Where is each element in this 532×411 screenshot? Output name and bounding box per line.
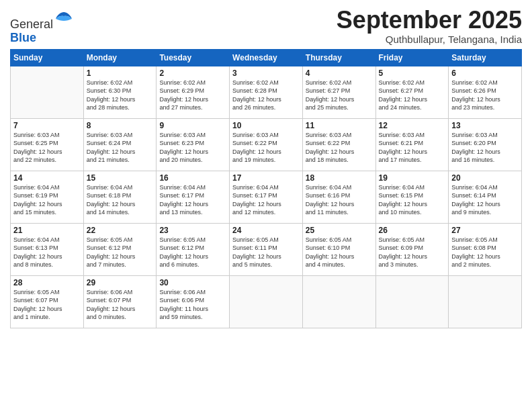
- day-info: Sunrise: 6:04 AM Sunset: 6:19 PM Dayligh…: [13, 183, 81, 217]
- calendar: SundayMondayTuesdayWednesdayThursdayFrid…: [10, 49, 522, 328]
- day-number: 5: [379, 68, 446, 78]
- day-info: Sunrise: 6:05 AM Sunset: 6:08 PM Dayligh…: [451, 236, 519, 269]
- day-info: Sunrise: 6:02 AM Sunset: 6:30 PM Dayligh…: [87, 79, 154, 112]
- calendar-cell: 16Sunrise: 6:04 AM Sunset: 6:17 PM Dayli…: [157, 171, 230, 223]
- day-number: 29: [87, 278, 154, 287]
- day-number: 12: [379, 121, 446, 130]
- calendar-cell: 27Sunrise: 6:05 AM Sunset: 6:08 PM Dayli…: [449, 223, 522, 275]
- calendar-cell: 4Sunrise: 6:02 AM Sunset: 6:27 PM Daylig…: [302, 66, 375, 118]
- day-header-sunday: Sunday: [11, 49, 84, 66]
- calendar-cell: 22Sunrise: 6:05 AM Sunset: 6:12 PM Dayli…: [83, 223, 157, 275]
- calendar-cell: 25Sunrise: 6:05 AM Sunset: 6:10 PM Dayli…: [302, 223, 375, 275]
- calendar-cell: [302, 275, 375, 328]
- calendar-cell: [449, 275, 522, 328]
- calendar-cell: [230, 275, 303, 328]
- day-info: Sunrise: 6:05 AM Sunset: 6:11 PM Dayligh…: [232, 236, 300, 269]
- day-number: 6: [451, 68, 519, 78]
- day-number: 25: [306, 226, 373, 235]
- logo: General Blue: [10, 9, 73, 45]
- day-info: Sunrise: 6:04 AM Sunset: 6:14 PM Dayligh…: [451, 183, 519, 217]
- day-info: Sunrise: 6:02 AM Sunset: 6:27 PM Dayligh…: [306, 79, 373, 112]
- week-row-2: 14Sunrise: 6:04 AM Sunset: 6:19 PM Dayli…: [11, 171, 522, 223]
- calendar-body: 1Sunrise: 6:02 AM Sunset: 6:30 PM Daylig…: [11, 66, 522, 328]
- calendar-cell: 24Sunrise: 6:05 AM Sunset: 6:11 PM Dayli…: [230, 223, 303, 275]
- day-info: Sunrise: 6:04 AM Sunset: 6:13 PM Dayligh…: [13, 236, 81, 269]
- day-number: 4: [306, 68, 373, 78]
- day-info: Sunrise: 6:04 AM Sunset: 6:18 PM Dayligh…: [87, 183, 154, 217]
- week-row-0: 1Sunrise: 6:02 AM Sunset: 6:30 PM Daylig…: [11, 66, 522, 118]
- title-block: September 2025 Quthbullapur, Telangana, …: [337, 7, 522, 45]
- day-info: Sunrise: 6:04 AM Sunset: 6:16 PM Dayligh…: [306, 183, 373, 217]
- day-number: 18: [306, 173, 373, 183]
- subtitle: Quthbullapur, Telangana, India: [337, 34, 522, 45]
- calendar-cell: 17Sunrise: 6:04 AM Sunset: 6:17 PM Dayli…: [230, 171, 303, 223]
- day-number: 21: [13, 226, 81, 235]
- day-number: 3: [232, 68, 300, 78]
- day-info: Sunrise: 6:03 AM Sunset: 6:24 PM Dayligh…: [87, 131, 154, 165]
- page: General Blue September 2025 Quthbullapur…: [0, 0, 532, 411]
- calendar-cell: 30Sunrise: 6:06 AM Sunset: 6:06 PM Dayli…: [157, 275, 230, 328]
- logo-bird-icon: [54, 9, 73, 28]
- day-info: Sunrise: 6:03 AM Sunset: 6:22 PM Dayligh…: [306, 131, 373, 165]
- day-info: Sunrise: 6:02 AM Sunset: 6:28 PM Dayligh…: [232, 79, 300, 112]
- logo-blue: Blue: [10, 31, 36, 44]
- day-number: 30: [159, 278, 226, 287]
- calendar-cell: 19Sunrise: 6:04 AM Sunset: 6:15 PM Dayli…: [375, 171, 449, 223]
- day-number: 24: [232, 226, 300, 235]
- day-info: Sunrise: 6:03 AM Sunset: 6:25 PM Dayligh…: [13, 131, 81, 165]
- day-info: Sunrise: 6:02 AM Sunset: 6:26 PM Dayligh…: [451, 79, 519, 112]
- day-info: Sunrise: 6:06 AM Sunset: 6:06 PM Dayligh…: [159, 288, 226, 322]
- day-info: Sunrise: 6:06 AM Sunset: 6:07 PM Dayligh…: [87, 288, 154, 322]
- days-header-row: SundayMondayTuesdayWednesdayThursdayFrid…: [11, 49, 522, 66]
- day-header-thursday: Thursday: [302, 49, 375, 66]
- calendar-cell: 10Sunrise: 6:03 AM Sunset: 6:22 PM Dayli…: [230, 118, 303, 171]
- day-number: 1: [87, 68, 154, 78]
- calendar-cell: 21Sunrise: 6:04 AM Sunset: 6:13 PM Dayli…: [11, 223, 84, 275]
- calendar-cell: 11Sunrise: 6:03 AM Sunset: 6:22 PM Dayli…: [302, 118, 375, 171]
- week-row-3: 21Sunrise: 6:04 AM Sunset: 6:13 PM Dayli…: [11, 223, 522, 275]
- day-number: 28: [13, 278, 81, 287]
- day-number: 20: [451, 173, 519, 183]
- calendar-cell: 23Sunrise: 6:05 AM Sunset: 6:12 PM Dayli…: [157, 223, 230, 275]
- day-header-saturday: Saturday: [449, 49, 522, 66]
- day-info: Sunrise: 6:04 AM Sunset: 6:15 PM Dayligh…: [379, 183, 446, 217]
- day-info: Sunrise: 6:04 AM Sunset: 6:17 PM Dayligh…: [232, 183, 300, 217]
- day-info: Sunrise: 6:05 AM Sunset: 6:07 PM Dayligh…: [13, 288, 81, 322]
- calendar-cell: 2Sunrise: 6:02 AM Sunset: 6:29 PM Daylig…: [157, 66, 230, 118]
- calendar-cell: 12Sunrise: 6:03 AM Sunset: 6:21 PM Dayli…: [375, 118, 449, 171]
- calendar-cell: 3Sunrise: 6:02 AM Sunset: 6:28 PM Daylig…: [230, 66, 303, 118]
- day-header-wednesday: Wednesday: [230, 49, 303, 66]
- calendar-header: SundayMondayTuesdayWednesdayThursdayFrid…: [11, 49, 522, 66]
- calendar-cell: 15Sunrise: 6:04 AM Sunset: 6:18 PM Dayli…: [83, 171, 157, 223]
- calendar-cell: [375, 275, 449, 328]
- day-info: Sunrise: 6:05 AM Sunset: 6:10 PM Dayligh…: [306, 236, 373, 269]
- calendar-cell: 6Sunrise: 6:02 AM Sunset: 6:26 PM Daylig…: [449, 66, 522, 118]
- day-number: 10: [232, 121, 300, 130]
- calendar-cell: 28Sunrise: 6:05 AM Sunset: 6:07 PM Dayli…: [11, 275, 84, 328]
- week-row-4: 28Sunrise: 6:05 AM Sunset: 6:07 PM Dayli…: [11, 275, 522, 328]
- day-info: Sunrise: 6:04 AM Sunset: 6:17 PM Dayligh…: [159, 183, 226, 217]
- day-info: Sunrise: 6:03 AM Sunset: 6:23 PM Dayligh…: [159, 131, 226, 165]
- day-info: Sunrise: 6:02 AM Sunset: 6:27 PM Dayligh…: [379, 79, 446, 112]
- day-number: 2: [159, 68, 226, 78]
- calendar-cell: 13Sunrise: 6:03 AM Sunset: 6:20 PM Dayli…: [449, 118, 522, 171]
- day-info: Sunrise: 6:05 AM Sunset: 6:12 PM Dayligh…: [159, 236, 226, 269]
- day-number: 15: [87, 173, 154, 183]
- day-info: Sunrise: 6:02 AM Sunset: 6:29 PM Dayligh…: [159, 79, 226, 112]
- header: General Blue September 2025 Quthbullapur…: [10, 7, 522, 45]
- calendar-cell: [11, 66, 84, 118]
- day-number: 16: [159, 173, 226, 183]
- calendar-cell: 20Sunrise: 6:04 AM Sunset: 6:14 PM Dayli…: [449, 171, 522, 223]
- day-info: Sunrise: 6:03 AM Sunset: 6:21 PM Dayligh…: [379, 131, 446, 165]
- day-number: 23: [159, 226, 226, 235]
- calendar-cell: 1Sunrise: 6:02 AM Sunset: 6:30 PM Daylig…: [83, 66, 157, 118]
- logo-blue-text: Blue: [10, 32, 73, 45]
- day-number: 8: [87, 121, 154, 130]
- week-row-1: 7Sunrise: 6:03 AM Sunset: 6:25 PM Daylig…: [11, 118, 522, 171]
- day-number: 27: [451, 226, 519, 235]
- calendar-cell: 29Sunrise: 6:06 AM Sunset: 6:07 PM Dayli…: [83, 275, 157, 328]
- day-number: 17: [232, 173, 300, 183]
- calendar-cell: 14Sunrise: 6:04 AM Sunset: 6:19 PM Dayli…: [11, 171, 84, 223]
- day-number: 11: [306, 121, 373, 130]
- month-title: September 2025: [337, 7, 522, 34]
